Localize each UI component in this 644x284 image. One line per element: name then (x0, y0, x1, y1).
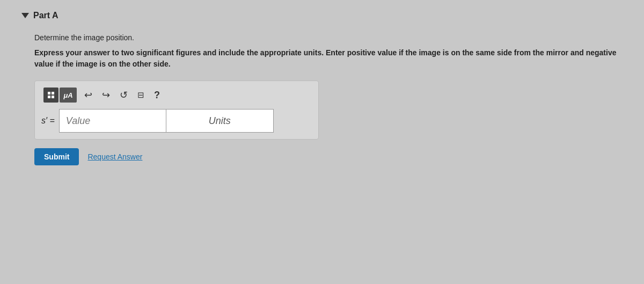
variable-label: s′ = (41, 116, 55, 126)
main-container: Part A Determine the image position. Exp… (21, 11, 623, 165)
bold-instruction: Express your answer to two significant f… (34, 47, 623, 70)
svg-rect-1 (52, 92, 54, 94)
svg-rect-3 (52, 96, 54, 98)
collapse-arrow-icon[interactable] (21, 13, 29, 18)
units-box[interactable]: Units (166, 109, 274, 133)
instruction-text: Determine the image position. (34, 33, 623, 42)
keyboard-button[interactable]: ⊟ (135, 89, 147, 101)
units-label: Units (209, 115, 231, 127)
toolbar: μA ↩ ↪ ↺ ⊟ ? (41, 88, 312, 103)
answer-box: μA ↩ ↪ ↺ ⊟ ? s′ = Units (34, 81, 319, 140)
svg-rect-2 (48, 96, 50, 98)
value-input[interactable] (59, 109, 166, 133)
submit-button[interactable]: Submit (34, 148, 79, 165)
matrix-icon[interactable] (43, 88, 58, 103)
part-header: Part A (21, 11, 623, 20)
icon-group: μA (43, 88, 77, 103)
content-area: Determine the image position. Express yo… (34, 33, 623, 165)
bottom-row: Submit Request Answer (34, 148, 623, 165)
help-button[interactable]: ? (152, 89, 162, 102)
part-title: Part A (33, 11, 58, 20)
input-row: s′ = Units (41, 109, 312, 133)
svg-rect-0 (48, 92, 50, 94)
undo-button[interactable]: ↩ (82, 88, 94, 102)
mu-a-icon[interactable]: μA (60, 88, 77, 103)
request-answer-link[interactable]: Request Answer (87, 152, 142, 161)
reset-button[interactable]: ↺ (118, 88, 130, 102)
redo-button[interactable]: ↪ (100, 88, 112, 102)
